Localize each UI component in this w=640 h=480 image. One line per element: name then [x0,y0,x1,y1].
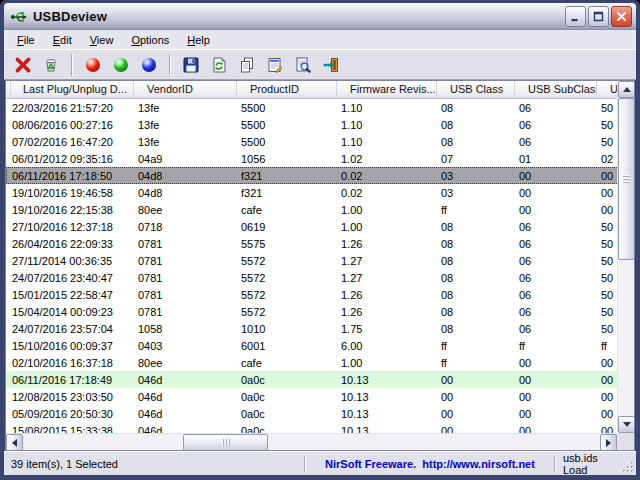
table-row[interactable]: 19/10/2016 19:46:58 04d8 f321 0.02 03 00… [6,184,619,201]
scroll-left-button[interactable] [6,434,23,451]
header-vendorid[interactable]: VendorID [134,81,237,98]
cell-usb-protocol: 50 [593,288,619,301]
cell-vendorid: 13fe [130,135,233,148]
refresh-button[interactable] [206,53,232,77]
cell-vendorid: 13fe [130,101,233,114]
cell-usb-subclass: 06 [511,101,593,114]
cell-usb-subclass: 00 [511,203,593,216]
titlebar[interactable]: USBDeview [4,3,636,30]
table-row[interactable]: 12/08/2015 23:03:50 046d 0a0c 10.13 00 0… [6,388,619,405]
cell-last-plug-unplug: 12/08/2015 23:03:50 [6,390,130,403]
disconnect-device-button[interactable] [10,53,36,77]
table-row[interactable]: 07/02/2016 16:47:20 13fe 5500 1.10 08 06… [6,133,619,150]
maximize-icon [593,11,604,22]
menu-help[interactable]: Help [178,31,219,49]
find-button[interactable] [290,53,316,77]
vertical-scroll-thumb[interactable] [618,98,635,260]
cell-last-plug-unplug: 27/11/2014 00:36:35 [6,254,130,267]
cell-last-plug-unplug: 06/11/2016 17:18:50 [6,169,130,182]
table-row[interactable]: 27/10/2016 12:37:18 0718 0619 1.00 08 06… [6,218,619,235]
exit-door-icon [322,56,340,74]
table-row[interactable]: 06/01/2012 09:35:16 04a9 1056 1.02 07 01… [6,150,619,167]
table-row[interactable]: 15/01/2015 22:58:47 0781 5572 1.26 08 06… [6,286,619,303]
header-productid[interactable]: ProductID [237,81,337,98]
green-ball-button[interactable] [108,53,134,77]
cell-usb-protocol: 00 [593,424,619,433]
header-usb-protocol[interactable]: USB [597,81,619,98]
vertical-scrollbar[interactable] [617,81,634,433]
table-row[interactable]: 02/10/2016 16:37:18 80ee cafe 1.00 ff 00… [6,354,619,371]
table-row[interactable]: 05/09/2016 20:50:30 046d 0a0c 10.13 00 0… [6,405,619,422]
cell-last-plug-unplug: 26/04/2016 22:09:33 [6,237,130,250]
cell-usb-subclass: 00 [511,424,593,433]
scroll-right-icon [606,439,611,447]
header-usb-class[interactable]: USB Class [437,81,515,98]
table-row[interactable]: 15/10/2016 00:09:37 0403 6001 6.00 ff ff… [6,337,619,354]
menu-options[interactable]: Options [122,31,178,49]
cell-usb-subclass: ff [511,339,593,352]
table-row[interactable]: 19/10/2016 22:15:38 80ee cafe 1.00 ff 00… [6,201,619,218]
refresh-icon [210,56,228,74]
cell-last-plug-unplug: 19/10/2016 22:15:38 [6,203,130,216]
save-report-button[interactable] [178,53,204,77]
horizontal-scroll-thumb[interactable] [183,434,268,451]
cell-vendorid: 13fe [130,118,233,131]
cell-last-plug-unplug: 24/07/2016 23:40:47 [6,271,130,284]
scroll-up-icon [623,87,631,92]
status-item-count: 39 item(s), 1 Selected [4,452,304,475]
table-row[interactable]: 24/07/2016 23:57:04 1058 1010 1.75 08 06… [6,320,619,337]
cell-vendorid: 046d [130,390,233,403]
uninstall-device-button[interactable] [38,53,64,77]
menu-file[interactable]: File [8,31,44,49]
cell-last-plug-unplug: 15/01/2015 22:58:47 [6,288,130,301]
cell-usb-subclass: 06 [511,305,593,318]
table-row[interactable]: 06/11/2016 17:18:50 04d8 f321 0.02 03 00… [6,167,619,184]
cell-firmware-revision: 1.10 [333,135,433,148]
cell-usb-protocol: 00 [593,390,619,403]
cell-vendorid: 80ee [130,356,233,369]
resize-grip[interactable] [620,459,636,475]
scroll-down-button[interactable] [618,416,635,433]
nirsoft-link[interactable]: NirSoft Freeware. http://www.nirsoft.net [306,452,554,475]
table-row[interactable]: 27/11/2014 00:36:35 0781 5572 1.27 08 06… [6,252,619,269]
cell-productid: 1010 [233,322,333,335]
table-row[interactable]: 06/11/2016 17:18:49 046d 0a0c 10.13 00 0… [6,371,619,388]
header-last-plug-unplug[interactable]: Last Plug/Unplug D... [10,81,134,98]
menu-edit[interactable]: Edit [44,31,81,49]
properties-button[interactable] [262,53,288,77]
green-ball-icon [114,58,128,72]
table-row[interactable]: 15/08/2015 15:33:38 046d 0a0c 10.13 00 0… [6,422,619,433]
cell-firmware-revision: 1.02 [333,152,433,165]
cell-firmware-revision: 1.27 [333,271,433,284]
menu-view[interactable]: View [81,31,123,49]
minimize-button[interactable] [565,6,586,27]
cell-usb-subclass: 06 [511,254,593,267]
scroll-up-button[interactable] [618,81,635,98]
table-row[interactable]: 22/03/2016 21:57:20 13fe 5500 1.10 08 06… [6,99,619,116]
header-firmware-revision[interactable]: Firmware Revis... [337,81,437,98]
cell-usb-protocol: 00 [593,407,619,420]
cell-usb-protocol: 50 [593,322,619,335]
blue-ball-button[interactable] [136,53,162,77]
header-usb-subclass[interactable]: USB SubClass [515,81,597,98]
table-row[interactable]: 26/04/2016 22:09:33 0781 5575 1.26 08 06… [6,235,619,252]
disconnect-red-x-icon [14,56,32,74]
cell-productid: 5500 [233,118,333,131]
red-ball-button[interactable] [80,53,106,77]
horizontal-scrollbar[interactable] [6,433,617,450]
cell-firmware-revision: 1.75 [333,322,433,335]
maximize-button[interactable] [588,6,609,27]
table-row[interactable]: 15/04/2014 00:09:23 0781 5572 1.26 08 06… [6,303,619,320]
cell-vendorid: 0781 [130,254,233,267]
cell-vendorid: 0781 [130,237,233,250]
exit-button[interactable] [318,53,344,77]
cell-last-plug-unplug: 05/09/2016 20:50:30 [6,407,130,420]
table-row[interactable]: 08/06/2016 00:27:16 13fe 5500 1.10 08 06… [6,116,619,133]
close-button[interactable] [611,6,632,27]
table-row[interactable]: 24/07/2016 23:40:47 0781 5572 1.27 08 06… [6,269,619,286]
cell-usb-subclass: 00 [511,186,593,199]
cell-firmware-revision: 0.02 [333,186,433,199]
copy-button[interactable] [234,53,260,77]
cell-usb-subclass: 06 [511,322,593,335]
scroll-right-button[interactable] [600,434,617,451]
